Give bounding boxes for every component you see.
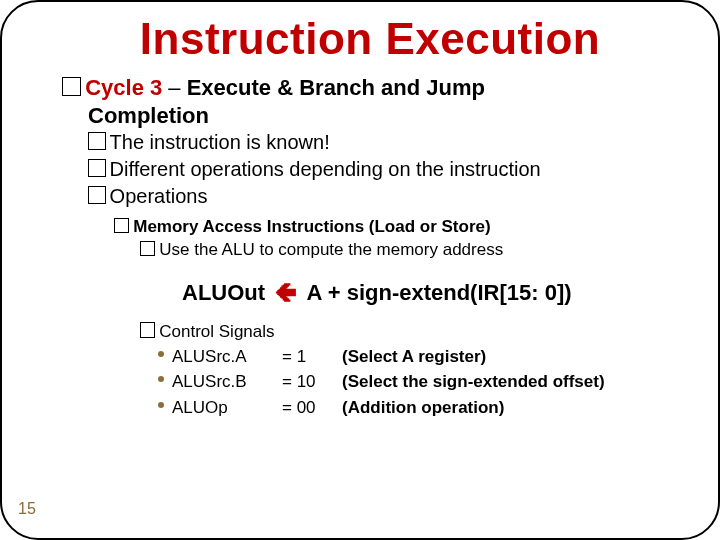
dot-bullet-icon (158, 351, 164, 357)
ctrl-head-text: Control Signals (159, 322, 274, 341)
bullet-l4: Use the ALU to compute the memory addres… (140, 239, 678, 262)
bullet-l1: Cycle 3 – Execute & Branch and Jump (62, 74, 678, 102)
signal-desc: (Select the sign-extended offset) (342, 369, 605, 395)
l1-rest: Execute & Branch and Jump (187, 75, 485, 100)
cycle-label: Cycle 3 (85, 75, 162, 100)
signal-name: ALUOp (172, 395, 282, 421)
l2-text: The instruction is known! (110, 131, 330, 153)
square-bullet-icon (88, 186, 106, 204)
bullet-l3: Memory Access Instructions (Load or Stor… (114, 216, 678, 239)
formula: ALUOut 🡸 A + sign-extend(IR[15: 0]) (182, 280, 678, 306)
bullet-l2-c: Operations (88, 183, 678, 210)
bullet-l1-cont: Completion (88, 102, 678, 130)
bullet-l2-a: The instruction is known! (88, 129, 678, 156)
l4-text: Use the ALU to compute the memory addres… (159, 240, 503, 259)
control-signal-row: ALUSrc.A = 1 (Select A register) (158, 344, 678, 370)
signal-desc: (Select A register) (342, 344, 486, 370)
square-bullet-icon (62, 77, 81, 96)
dot-bullet-icon (158, 402, 164, 408)
square-bullet-icon (114, 218, 129, 233)
l2-text: Operations (110, 185, 208, 207)
signal-name: ALUSrc.B (172, 369, 282, 395)
formula-lhs: ALUOut (182, 280, 265, 305)
control-signal-row: ALUSrc.B = 10 (Select the sign-extended … (158, 369, 678, 395)
l2-text: Different operations depending on the in… (110, 158, 541, 180)
formula-rhs: A + sign-extend(IR[15: 0]) (307, 280, 572, 305)
bullet-l2-b: Different operations depending on the in… (88, 156, 678, 183)
signal-value: = 1 (282, 344, 342, 370)
signal-name: ALUSrc.A (172, 344, 282, 370)
square-bullet-icon (140, 322, 155, 337)
square-bullet-icon (140, 241, 155, 256)
square-bullet-icon (88, 159, 106, 177)
dash: – (162, 75, 186, 100)
signal-value: = 10 (282, 369, 342, 395)
slide: Instruction Execution Cycle 3 – Execute … (0, 0, 720, 540)
slide-title: Instruction Execution (62, 14, 678, 64)
page-number: 15 (18, 500, 36, 518)
square-bullet-icon (88, 132, 106, 150)
control-signals-head: Control Signals (140, 320, 678, 344)
signal-desc: (Addition operation) (342, 395, 504, 421)
dot-bullet-icon (158, 376, 164, 382)
control-signal-row: ALUOp = 00 (Addition operation) (158, 395, 678, 421)
signal-value: = 00 (282, 395, 342, 421)
l3-text: Memory Access Instructions (Load or Stor… (133, 217, 490, 236)
left-arrow-icon: 🡸 (271, 280, 301, 306)
